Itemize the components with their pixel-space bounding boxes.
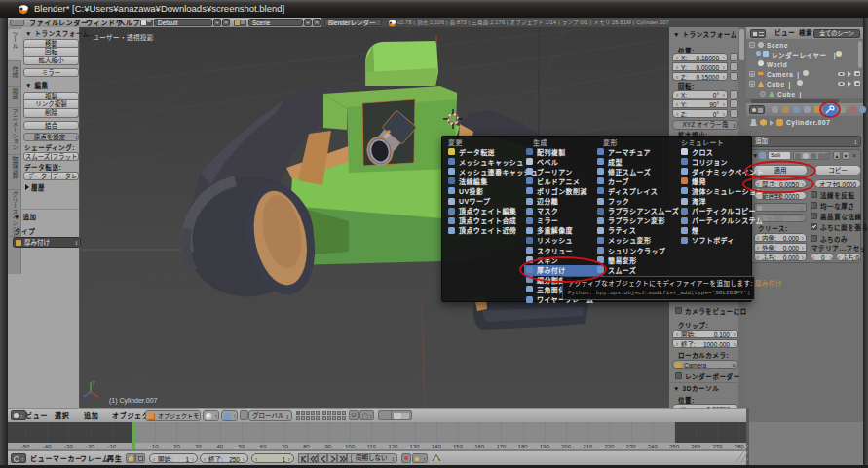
svg-text:y: y xyxy=(93,379,95,385)
